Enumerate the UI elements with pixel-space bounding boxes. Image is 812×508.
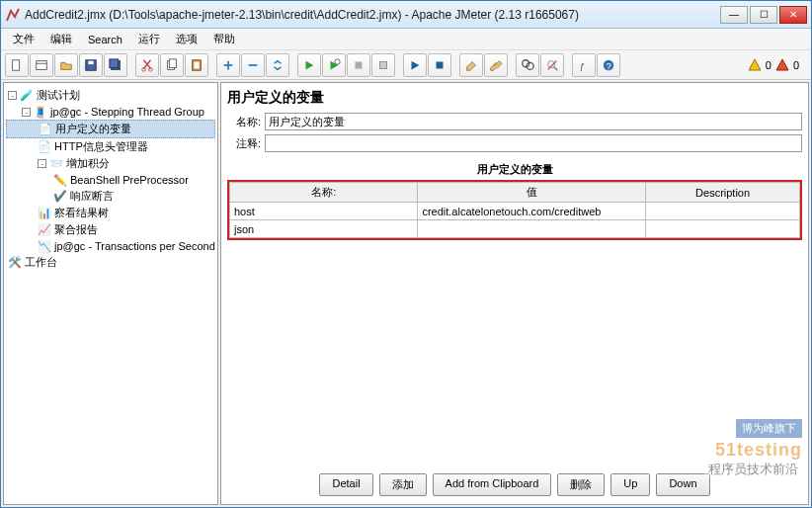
body-split: -🧪测试计划 -🧵jp@gc - Stepping Thread Group 📄… <box>1 80 811 507</box>
clear-all-icon[interactable] <box>484 53 508 77</box>
menu-file[interactable]: 文件 <box>7 30 41 48</box>
vars-icon: 📄 <box>39 123 52 136</box>
tree-udv[interactable]: 📄用户定义的变量 <box>6 120 215 138</box>
titlebar: AddCredit2.jmx (D:\Tools\apache-jmeter-2… <box>1 1 811 29</box>
tree-beanshell[interactable]: ✏️BeanShell PreProcessor <box>6 172 215 188</box>
workbench-icon: 🛠️ <box>8 256 22 270</box>
open-icon[interactable] <box>54 53 78 77</box>
app-icon <box>5 7 21 23</box>
preproc-icon: ✏️ <box>53 173 67 187</box>
app-window: AddCredit2.jmx (D:\Tools\apache-jmeter-2… <box>0 0 812 508</box>
tree-tps[interactable]: 📉jp@gc - Transactions per Second <box>6 238 215 254</box>
start-notimers-icon[interactable] <box>322 53 346 77</box>
svg-rect-0 <box>13 59 20 70</box>
paste-icon[interactable] <box>185 53 208 77</box>
tree-thread-group[interactable]: -🧵jp@gc - Stepping Thread Group <box>6 104 215 120</box>
col-desc: Description <box>646 183 800 203</box>
menu-help[interactable]: 帮助 <box>207 30 241 48</box>
tree-view-results[interactable]: 📊察看结果树 <box>6 205 215 221</box>
aggregate-icon: 📈 <box>38 223 51 237</box>
add-button[interactable]: 添加 <box>379 473 427 496</box>
svg-rect-4 <box>88 60 93 64</box>
help-icon[interactable]: ? <box>597 53 620 77</box>
svg-point-16 <box>335 58 340 63</box>
tree-testplan[interactable]: -🧪测试计划 <box>6 87 215 104</box>
toggle-icon[interactable] <box>266 53 289 77</box>
svg-rect-12 <box>194 61 199 68</box>
save-all-icon[interactable] <box>104 53 127 77</box>
tree-aggregate[interactable]: 📈聚合报告 <box>6 221 215 238</box>
svg-rect-10 <box>169 58 176 67</box>
comment-label: 注释: <box>227 136 261 151</box>
remote-start-icon[interactable] <box>403 53 427 77</box>
variables-table-highlight: 名称: 值 Description hostcredit.alcatelonet… <box>227 180 802 240</box>
function-icon[interactable]: ƒ <box>572 53 596 77</box>
tps-icon: 📉 <box>38 239 51 253</box>
table-row[interactable]: json <box>230 220 800 238</box>
close-button[interactable]: ✕ <box>779 6 807 24</box>
tree-http-header[interactable]: 📄HTTP信息头管理器 <box>6 138 215 155</box>
error-icon <box>775 58 789 72</box>
menubar: 文件 编辑 Search 运行 选项 帮助 <box>1 29 811 50</box>
col-name: 名称: <box>230 183 418 203</box>
stop-icon[interactable] <box>347 53 370 77</box>
comment-input[interactable] <box>265 134 802 152</box>
menu-run[interactable]: 运行 <box>132 30 166 48</box>
new-icon[interactable] <box>5 53 29 77</box>
thread-icon: 🧵 <box>34 105 47 119</box>
tree-assertion[interactable]: ✔️响应断言 <box>6 188 215 205</box>
col-value: 值 <box>418 183 646 203</box>
panel-heading: 用户定义的变量 <box>227 89 802 107</box>
error-counter: 0 0 <box>748 58 807 72</box>
search-icon[interactable] <box>516 53 539 77</box>
down-button[interactable]: Down <box>656 473 709 496</box>
copy-icon[interactable] <box>160 53 184 77</box>
window-controls: — ☐ ✕ <box>720 6 807 24</box>
menu-edit[interactable]: 编辑 <box>44 30 78 48</box>
detail-button[interactable]: Detail <box>319 473 372 496</box>
cut-icon[interactable] <box>135 53 159 77</box>
reset-search-icon[interactable] <box>540 53 564 77</box>
templates-icon[interactable] <box>30 53 53 77</box>
start-icon[interactable] <box>297 53 321 77</box>
menu-options[interactable]: 选项 <box>170 30 203 48</box>
menu-search[interactable]: Search <box>82 32 128 47</box>
variables-table[interactable]: 名称: 值 Description hostcredit.alcatelonet… <box>229 182 800 238</box>
tree-workbench[interactable]: 🛠️工作台 <box>6 254 215 271</box>
editor-panel: 用户定义的变量 名称: 注释: 用户定义的变量 名称: 值 Descriptio… <box>220 82 809 505</box>
button-row: Detail 添加 Add from Clipboard 删除 Up Down <box>227 467 802 498</box>
toolbar: ƒ ? 0 0 <box>1 50 811 80</box>
name-label: 名称: <box>227 115 261 129</box>
clear-icon[interactable] <box>459 53 483 77</box>
collapse-icon[interactable] <box>241 53 265 77</box>
assert-icon: ✔️ <box>53 190 67 204</box>
svg-rect-18 <box>380 61 387 68</box>
svg-rect-17 <box>356 61 363 68</box>
expand-icon[interactable] <box>216 53 240 77</box>
minimize-button[interactable]: — <box>720 6 748 24</box>
section-title: 用户定义的变量 <box>227 162 802 177</box>
flask-icon: 🧪 <box>20 89 34 103</box>
delete-button[interactable]: 删除 <box>557 473 605 496</box>
svg-text:ƒ: ƒ <box>580 59 585 70</box>
sampler-icon: 📨 <box>49 157 63 171</box>
header-icon: 📄 <box>38 140 51 154</box>
shutdown-icon[interactable] <box>371 53 395 77</box>
warn-count: 0 <box>766 59 771 71</box>
svg-text:?: ? <box>606 59 610 70</box>
svg-line-23 <box>554 66 558 70</box>
add-clipboard-button[interactable]: Add from Clipboard <box>433 473 552 496</box>
remote-stop-icon[interactable] <box>428 53 451 77</box>
tree-panel[interactable]: -🧪测试计划 -🧵jp@gc - Stepping Thread Group 📄… <box>3 82 218 505</box>
tree-sampler[interactable]: -📨增加积分 <box>6 155 215 172</box>
up-button[interactable]: Up <box>610 473 650 496</box>
table-row[interactable]: hostcredit.alcatelonetouch.com/creditweb <box>230 203 800 220</box>
maximize-button[interactable]: ☐ <box>750 6 777 24</box>
window-title: AddCredit2.jmx (D:\Tools\apache-jmeter-2… <box>25 8 720 22</box>
svg-rect-19 <box>437 61 444 68</box>
err-count: 0 <box>793 59 799 71</box>
warning-icon <box>748 58 762 72</box>
svg-rect-1 <box>37 60 47 69</box>
save-icon[interactable] <box>79 53 103 77</box>
name-input[interactable] <box>265 113 802 130</box>
